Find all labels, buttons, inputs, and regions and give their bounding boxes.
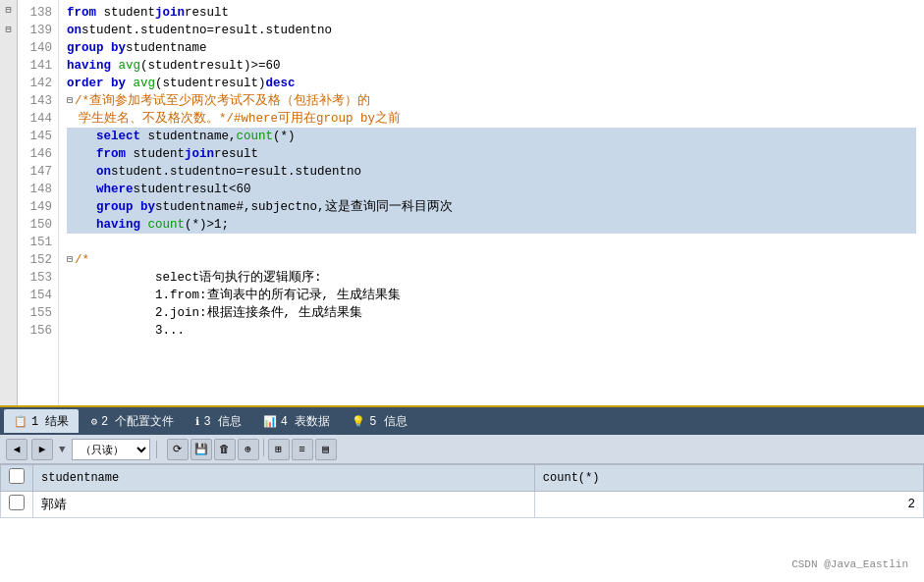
- code-line-140: group by studentname: [67, 39, 916, 57]
- results-table: studentname count(*) 郭靖 2: [0, 464, 924, 518]
- code-line-139: on student.studentno=result.studentno: [67, 22, 916, 39]
- code-line-150: having count(*)>1;: [67, 216, 916, 234]
- line-numbers: 138 139 140 141 142 143 144 145 146 147 …: [18, 0, 59, 405]
- save-button[interactable]: 💾: [190, 439, 212, 460]
- data-tab-icon: 📊: [263, 415, 277, 428]
- results-tab-icon: 📋: [14, 415, 27, 428]
- tab-config[interactable]: ⚙ 2 个配置文件: [81, 409, 184, 433]
- header-checkbox-col: [1, 465, 33, 492]
- app-window: ⊟ ⊟ 138 139 140 141 142 143 144 145 146 …: [0, 0, 924, 582]
- delete-button[interactable]: 🗑: [214, 439, 236, 460]
- cell-count-1[interactable]: 2: [534, 492, 923, 518]
- columns-button[interactable]: ▤: [315, 439, 337, 460]
- toolbar-separator-1: [156, 441, 157, 458]
- code-line-147: on student.studentno=result.studentno: [67, 163, 916, 181]
- grid-button[interactable]: ⊞: [268, 439, 290, 460]
- code-line-141: having avg(studentresult)>=60: [67, 57, 916, 75]
- code-line-155: 2.join:根据连接条件, 生成结果集: [67, 304, 916, 322]
- code-line-138: from student join result: [67, 4, 916, 22]
- code-editor: ⊟ ⊟ 138 139 140 141 142 143 144 145 146 …: [0, 0, 924, 405]
- code-line-149: group by studentname#,subjectno,这是查询同一科目…: [67, 198, 916, 216]
- select-all-checkbox[interactable]: [9, 468, 25, 484]
- tab-info2-label: 5 信息: [369, 413, 407, 430]
- collapse-icon-2[interactable]: ⊟: [5, 24, 11, 35]
- info2-tab-icon: 💡: [352, 415, 365, 428]
- cell-studentname-1[interactable]: 郭靖: [33, 492, 535, 518]
- results-toolbar: ◀ ▶ ▼ （只读） 编辑 ⟳ 💾 🗑 ⊕ ⊞ ≡ ▤: [0, 435, 924, 464]
- tab-info1[interactable]: ℹ 3 信息: [186, 409, 250, 433]
- toolbar-separator-2: [263, 439, 264, 456]
- code-line-156: 3...: [67, 322, 916, 340]
- nav-next-button[interactable]: ▶: [31, 439, 53, 460]
- code-line-148: where studentresult<60: [67, 181, 916, 198]
- add-button[interactable]: ⊕: [238, 439, 259, 460]
- watermark: CSDN @Java_Eastlin: [791, 558, 908, 570]
- nav-prev-button[interactable]: ◀: [6, 439, 27, 460]
- row-1-checkbox[interactable]: [9, 495, 25, 510]
- refresh-button[interactable]: ⟳: [167, 439, 189, 460]
- tab-data[interactable]: 📊 4 表数据: [253, 409, 340, 433]
- table-header-row: studentname count(*): [1, 465, 924, 492]
- code-line-154: 1.from:查询表中的所有记录, 生成结果集: [67, 287, 916, 304]
- tab-results[interactable]: 📋 1 结果: [4, 409, 79, 433]
- editor-left-border: ⊟ ⊟: [0, 0, 18, 405]
- bottom-panel: 📋 1 结果 ⚙ 2 个配置文件 ℹ 3 信息 📊 4 表数据 💡 5 信息 ◀: [0, 405, 924, 582]
- tab-results-label: 1 结果: [31, 413, 69, 430]
- code-line-145: select studentname,count(*): [67, 128, 916, 145]
- header-count[interactable]: count(*): [534, 465, 923, 492]
- tab-info2[interactable]: 💡 5 信息: [342, 409, 416, 433]
- code-line-151: [67, 234, 916, 251]
- toolbar-icon-group: ⟳ 💾 🗑 ⊕ ⊞ ≡ ▤: [167, 439, 337, 460]
- code-line-153: select语句执行的逻辑顺序:: [67, 269, 916, 287]
- code-line-142: order by avg(studentresult) desc: [67, 75, 916, 92]
- tab-info1-label: 3 信息: [203, 413, 241, 430]
- info1-tab-icon: ℹ: [195, 415, 199, 428]
- code-line-152: ⊟ /*: [67, 251, 916, 269]
- code-line-146: from student join result: [67, 145, 916, 163]
- code-lines[interactable]: from student join result on student.stud…: [59, 0, 924, 405]
- tab-data-label: 4 表数据: [281, 413, 330, 430]
- table-row: 郭靖 2: [1, 492, 924, 518]
- results-area: studentname count(*) 郭靖 2: [0, 464, 924, 582]
- row-checkbox-col: [1, 492, 33, 518]
- tab-config-label: 2 个配置文件: [101, 413, 174, 430]
- code-line-144: 学生姓名、不及格次数。*/#where可用在group by之前: [67, 110, 916, 128]
- config-tab-icon: ⚙: [90, 415, 97, 428]
- code-line-143: ⊟ /*查询参加考试至少两次考试不及格（包括补考）的: [67, 92, 916, 110]
- header-studentname[interactable]: studentname: [33, 465, 535, 492]
- tabs-bar: 📋 1 结果 ⚙ 2 个配置文件 ℹ 3 信息 📊 4 表数据 💡 5 信息: [0, 407, 924, 435]
- collapse-icon-1[interactable]: ⊟: [5, 4, 11, 16]
- mode-select[interactable]: （只读） 编辑: [72, 439, 150, 460]
- list-button[interactable]: ≡: [292, 439, 313, 460]
